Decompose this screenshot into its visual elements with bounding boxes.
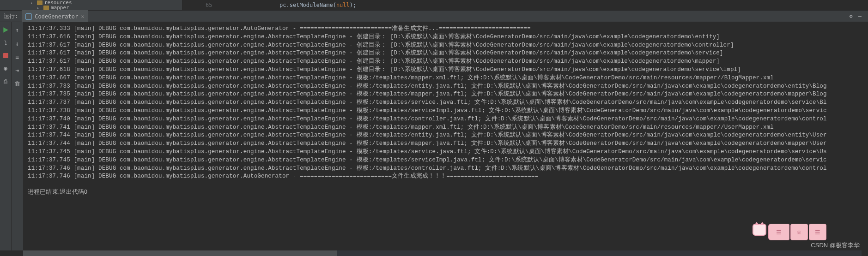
console-line: 11:17:37.616 [main] DEBUG com.baomidou.m… [28, 33, 863, 42]
wrap-icon[interactable]: ≡ [16, 54, 19, 60]
console-line: 11:17:37.738 [main] DEBUG com.baomidou.m… [28, 107, 863, 115]
run-toolbar-left: ⤵ ◉ ⎙ [0, 22, 11, 250]
rerun-step-icon[interactable]: ⤵ [4, 40, 7, 47]
chevron-right-icon: ▸ [37, 6, 42, 10]
console-line: 11:17:37.617 [main] DEBUG com.baomidou.m… [28, 42, 863, 50]
cat-icon [753, 224, 766, 236]
close-icon[interactable]: × [81, 13, 84, 20]
scroll-end-icon[interactable]: ⇥ [16, 67, 19, 74]
console-line: 11:17:37.741 [main] DEBUG com.baomidou.m… [28, 124, 863, 132]
run-tab-title: CodeGenerator [35, 13, 78, 20]
console-line: 11:17:37.667 [main] DEBUG com.baomidou.m… [28, 74, 863, 83]
console-line: 11:17:37.744 [main] DEBUG com.baomidou.m… [28, 140, 863, 148]
console-line: 11:17:37.744 [main] DEBUG com.baomidou.m… [28, 131, 863, 140]
console-line: 11:17:37.745 [main] DEBUG com.baomidou.m… [28, 148, 863, 156]
up-icon[interactable]: ↑ [16, 27, 19, 34]
code-editor[interactable]: 65 pc.setModuleName(null); [182, 0, 868, 10]
console-output[interactable]: 11:17:37.333 [main] DEBUG com.baomidou.m… [23, 22, 868, 250]
exit-status-line: 进程已结束,退出代码0 [28, 188, 863, 196]
overlay-block: ☏ [790, 224, 808, 240]
chevron-right-icon: ▸ [30, 0, 35, 5]
run-tool-header: 运行: CodeGenerator × ⚙ — [0, 10, 868, 22]
down-icon[interactable]: ↓ [16, 40, 19, 47]
run-label: 运行: [0, 12, 22, 20]
application-icon [25, 13, 32, 20]
run-toolbar-left2: ↑ ↓ ≡ ⇥ 🗑 [11, 22, 23, 250]
print-icon[interactable]: ⎙ [4, 78, 7, 85]
watermark: CSDN @极客李华 [811, 241, 860, 250]
run-tab[interactable]: CodeGenerator × [22, 10, 88, 22]
stop-icon[interactable] [3, 53, 8, 58]
overlay-block: ☰ [768, 224, 789, 240]
project-tree[interactable]: ▸ resources ▸ mapper [0, 0, 182, 10]
code-line: pc.setModuleName(null); [221, 2, 356, 8]
horizontal-scrollbar[interactable] [23, 250, 862, 256]
console-line: 11:17:37.617 [main] DEBUG com.baomidou.m… [28, 58, 863, 66]
console-line: 11:17:37.745 [main] DEBUG com.baomidou.m… [28, 156, 863, 165]
console-line: 11:17:37.333 [main] DEBUG com.baomidou.m… [28, 25, 863, 33]
scrollbar-thumb[interactable] [23, 250, 337, 256]
hide-icon[interactable]: — [858, 13, 862, 19]
console-line: 11:17:37.733 [main] DEBUG com.baomidou.m… [28, 83, 863, 91]
console-line: 11:17:37.618 [main] DEBUG com.baomidou.m… [28, 66, 863, 74]
tree-item-mapper[interactable]: ▸ mapper [30, 5, 182, 10]
console-line: 11:17:37.740 [main] DEBUG com.baomidou.m… [28, 115, 863, 124]
console-line: 11:17:37.746 [main] DEBUG com.baomidou.m… [28, 173, 863, 181]
console-line: 11:17:37.735 [main] DEBUG com.baomidou.m… [28, 90, 863, 99]
console-line: 11:17:37.617 [main] DEBUG com.baomidou.m… [28, 49, 863, 58]
folder-icon [43, 6, 49, 10]
camera-icon[interactable]: ◉ [4, 65, 7, 71]
rerun-icon[interactable] [2, 27, 9, 33]
trash-icon[interactable]: 🗑 [14, 80, 20, 87]
run-panel: ⤵ ◉ ⎙ ↑ ↓ ≡ ⇥ 🗑 11:17:37.333 [main] DEBU… [0, 22, 868, 250]
line-number: 65 [182, 2, 221, 8]
overlay-block: ☰ [809, 224, 826, 240]
console-line: 11:17:37.746 [main] DEBUG com.baomidou.m… [28, 165, 863, 173]
gear-icon[interactable]: ⚙ [850, 13, 853, 19]
folder-icon [37, 0, 42, 5]
decorative-overlay: ☰ ☏ ☰ [753, 224, 826, 240]
console-line: 11:17:37.737 [main] DEBUG com.baomidou.m… [28, 99, 863, 107]
